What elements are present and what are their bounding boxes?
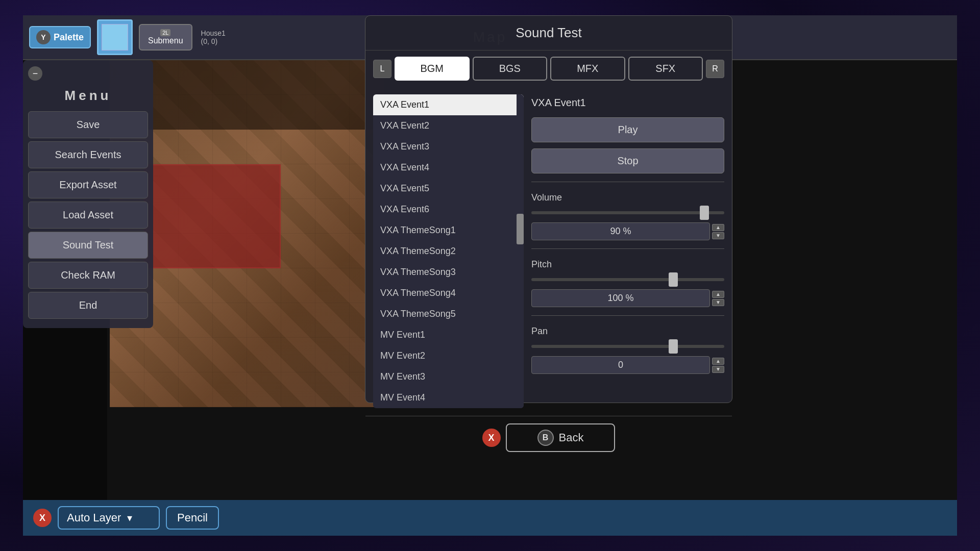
menu-load-asset-button[interactable]: Load Asset xyxy=(28,202,148,229)
tab-right-button[interactable]: R xyxy=(706,60,724,78)
menu-panel: − Menu Save Search Events Export Asset L… xyxy=(23,60,153,328)
menu-check-ram-button[interactable]: Check RAM xyxy=(28,262,148,289)
volume-value: 90 % xyxy=(531,222,710,240)
footer-x-label: X xyxy=(488,433,495,443)
menu-title: Menu xyxy=(28,88,148,104)
back-button[interactable]: B Back xyxy=(506,423,616,452)
song-item-8[interactable]: VXA ThemeSong2 xyxy=(373,241,524,262)
submenu-label: Submenu xyxy=(148,36,183,45)
layer-label: Auto Layer xyxy=(67,511,121,524)
stop-button[interactable]: Stop xyxy=(531,148,724,173)
divider-2 xyxy=(531,248,724,249)
pan-slider-thumb[interactable] xyxy=(669,339,678,354)
pitch-slider-row xyxy=(531,278,724,281)
song-item-1[interactable]: VXA Event1 xyxy=(373,94,524,115)
menu-search-events-button[interactable]: Search Events xyxy=(28,141,148,168)
tab-left-label: L xyxy=(380,64,385,73)
menu-save-button[interactable]: Save xyxy=(28,111,148,138)
song-item-9[interactable]: VXA ThemeSong3 xyxy=(373,262,524,283)
layer-chevron-icon: ▾ xyxy=(127,512,132,524)
menu-sound-test-button[interactable]: Sound Test xyxy=(28,232,148,259)
tabs-row: L BGM BGS MFX SFX R xyxy=(365,51,732,87)
song-item-11[interactable]: VXA ThemeSong5 xyxy=(373,304,524,324)
dialog-title: Sound Test xyxy=(365,16,732,51)
pan-slider[interactable] xyxy=(531,345,724,348)
pan-down-button[interactable]: ▼ xyxy=(712,366,724,373)
volume-slider-row xyxy=(531,211,724,214)
volume-label: Volume xyxy=(531,192,724,203)
house-name: House1 xyxy=(201,29,226,37)
volume-value-row: 90 % ▲ ▼ xyxy=(531,222,724,240)
pitch-label: Pitch xyxy=(531,259,724,270)
y-button-label: Y xyxy=(36,30,51,44)
volume-slider-thumb[interactable] xyxy=(700,206,709,220)
pitch-value: 100 % xyxy=(531,289,710,307)
divider-3 xyxy=(531,315,724,316)
pitch-down-button[interactable]: ▼ xyxy=(712,299,724,306)
b-button-icon: B xyxy=(537,430,554,446)
tab-sfx-button[interactable]: SFX xyxy=(628,57,703,81)
pitch-up-button[interactable]: ▲ xyxy=(712,291,724,298)
song-item-6[interactable]: VXA Event6 xyxy=(373,199,524,220)
tab-mfx-button[interactable]: MFX xyxy=(550,57,625,81)
song-item-14[interactable]: MV Event3 xyxy=(373,366,524,387)
song-item-10[interactable]: VXA ThemeSong4 xyxy=(373,283,524,304)
footer-x-icon: X xyxy=(482,429,501,447)
dialog-footer: X B Back xyxy=(365,416,732,459)
menu-close-button[interactable]: − xyxy=(28,66,42,81)
layer-dropdown[interactable]: Auto Layer ▾ xyxy=(58,506,160,530)
song-list-container: VXA Event1 VXA Event2 VXA Event3 VXA Eve… xyxy=(373,94,524,408)
pan-label: Pan xyxy=(531,326,724,337)
pan-up-button[interactable]: ▲ xyxy=(712,358,724,365)
palette-label: Palette xyxy=(54,32,84,43)
song-item-5[interactable]: VXA Event5 xyxy=(373,178,524,199)
bottom-toolbar: X Auto Layer ▾ Pencil xyxy=(23,500,957,536)
x-button[interactable]: X xyxy=(33,509,52,527)
song-item-3[interactable]: VXA Event3 xyxy=(373,136,524,157)
volume-slider[interactable] xyxy=(531,211,724,214)
pan-spinner[interactable]: ▲ ▼ xyxy=(712,358,724,373)
pitch-slider[interactable] xyxy=(531,278,724,281)
sound-test-dialog: Sound Test L BGM BGS MFX SFX R VXA Event… xyxy=(365,15,732,403)
divider-1 xyxy=(531,182,724,182)
song-item-15[interactable]: MV Event4 xyxy=(373,387,524,408)
scrollbar-thumb[interactable] xyxy=(517,214,524,244)
dialog-body: VXA Event1 VXA Event2 VXA Event3 VXA Eve… xyxy=(365,87,732,416)
submenu-number: 2L xyxy=(160,29,170,36)
selected-song-label: VXA Event1 xyxy=(531,97,724,109)
palette-icon xyxy=(97,19,133,55)
back-label: Back xyxy=(559,431,584,444)
pencil-label: Pencil xyxy=(177,511,208,524)
palette-button[interactable]: Y Palette xyxy=(29,26,91,48)
pan-value: 0 xyxy=(531,356,710,374)
scrollbar-track xyxy=(517,94,524,408)
pan-value-row: 0 ▲ ▼ xyxy=(531,356,724,374)
menu-end-button[interactable]: End xyxy=(28,292,148,319)
song-item-12[interactable]: MV Event1 xyxy=(373,324,524,345)
song-item-2[interactable]: VXA Event2 xyxy=(373,115,524,136)
volume-up-button[interactable]: ▲ xyxy=(712,224,724,231)
submenu-button[interactable]: 2L Submenu xyxy=(139,24,192,51)
b-label: B xyxy=(543,433,549,442)
pitch-spinner[interactable]: ▲ ▼ xyxy=(712,291,724,306)
song-item-4[interactable]: VXA Event4 xyxy=(373,157,524,178)
pitch-slider-thumb[interactable] xyxy=(669,272,678,287)
palette-swatch xyxy=(102,24,128,51)
song-list[interactable]: VXA Event1 VXA Event2 VXA Event3 VXA Eve… xyxy=(373,94,524,408)
tab-left-button[interactable]: L xyxy=(373,60,391,78)
play-button[interactable]: Play xyxy=(531,117,724,142)
volume-spinner[interactable]: ▲ ▼ xyxy=(712,224,724,239)
map-rug xyxy=(144,164,281,268)
volume-down-button[interactable]: ▼ xyxy=(712,232,724,239)
tab-bgm-button[interactable]: BGM xyxy=(395,57,470,81)
song-item-13[interactable]: MV Event2 xyxy=(373,345,524,366)
house-coords: (0, 0) xyxy=(201,37,226,45)
menu-export-asset-button[interactable]: Export Asset xyxy=(28,171,148,198)
controls-panel: VXA Event1 Play Stop Volume 90 % ▲ ▼ Pit xyxy=(531,94,724,408)
tab-right-label: R xyxy=(712,64,718,73)
song-item-7[interactable]: VXA ThemeSong1 xyxy=(373,220,524,241)
pitch-value-row: 100 % ▲ ▼ xyxy=(531,289,724,307)
pencil-button[interactable]: Pencil xyxy=(166,506,219,530)
pan-slider-row xyxy=(531,345,724,348)
tab-bgs-button[interactable]: BGS xyxy=(473,57,548,81)
